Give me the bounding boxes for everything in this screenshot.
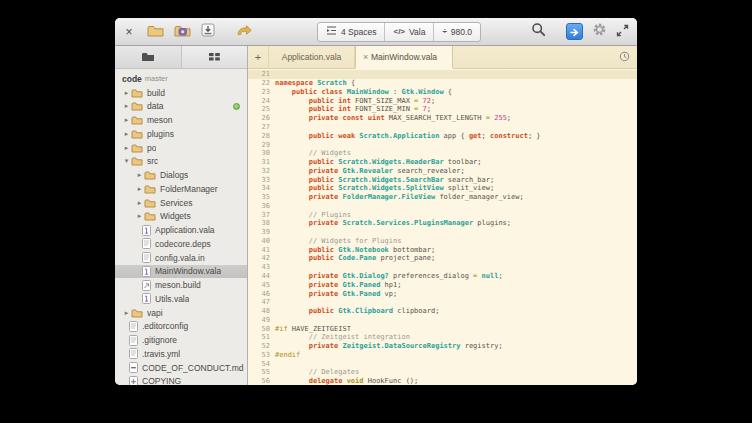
code-line-37[interactable]: 37 // Plugins <box>248 210 637 219</box>
code-line-44[interactable]: 44 private Gtk.Dialog? preferences_dialo… <box>248 272 637 281</box>
chevron-right-icon[interactable]: ▸ <box>122 116 131 124</box>
save-button[interactable] <box>201 23 215 41</box>
search-button[interactable] <box>531 22 546 41</box>
code-line-40[interactable]: 40 // Widgets for Plugins <box>248 237 637 246</box>
chevron-right-icon[interactable]: ▸ <box>122 309 131 317</box>
tab-close-icon[interactable]: × <box>363 53 368 62</box>
code-line-28[interactable]: 28 public weak Scratch.Application app {… <box>248 131 637 140</box>
tree-item--gitignore[interactable]: .gitignore <box>115 333 247 347</box>
open-file-button[interactable] <box>147 23 164 41</box>
tree-item-label: CODE_OF_CONDUCT.md <box>142 363 244 373</box>
code-line-54[interactable]: 54 <box>248 359 637 368</box>
code-line-48[interactable]: 48 public Gtk.Clipboard clipboard; <box>248 307 637 316</box>
tree-item-src[interactable]: ▾src <box>115 155 247 169</box>
tree-item-dialogs[interactable]: ▸Dialogs <box>115 168 247 182</box>
tab-application-vala[interactable]: Application.vala <box>269 46 355 68</box>
tree-item-build[interactable]: ▸build <box>115 86 247 100</box>
line-number: 52 <box>248 342 275 350</box>
tree-item-label: COPYING <box>142 376 181 385</box>
closed-tabs-button[interactable] <box>619 46 637 68</box>
tree-item-code-of-conduct-md[interactable]: CODE_OF_CONDUCT.md <box>115 361 247 375</box>
code-line-43[interactable]: 43 <box>248 263 637 272</box>
tree-item-meson[interactable]: ▸meson <box>115 113 247 127</box>
code-line-55[interactable]: 55 // Delegates <box>248 368 637 377</box>
goto-line-button[interactable]: ÷ 980.0 <box>433 23 480 41</box>
code-line-53[interactable]: 53#endif <box>248 351 637 360</box>
code-line-39[interactable]: 39 <box>248 228 637 237</box>
line-content: // Widgets for Plugins <box>275 237 401 245</box>
code-line-31[interactable]: 31 public Scratch.Widgets.HeaderBar tool… <box>248 158 637 167</box>
code-line-29[interactable]: 29 <box>248 140 637 149</box>
code-line-38[interactable]: 38 private Scratch.Services.PluginsManag… <box>248 219 637 228</box>
code-line-50[interactable]: 50#if HAVE_ZEITGEIST <box>248 324 637 333</box>
code-line-23[interactable]: 23 public class MainWindow : Gtk.Window … <box>248 88 637 97</box>
source-view[interactable]: 2122namespace Scratch {23 public class M… <box>248 69 637 385</box>
chevron-right-icon[interactable]: ▸ <box>135 185 144 193</box>
code-line-49[interactable]: 49 <box>248 315 637 324</box>
code-line-32[interactable]: 32 private Gtk.Revealer search_revealer; <box>248 166 637 175</box>
text-file-icon <box>129 348 138 359</box>
templates-button[interactable] <box>174 23 191 41</box>
code-line-56[interactable]: 56 delegate void HookFunc (); <box>248 377 637 385</box>
chevron-down-icon[interactable]: ▾ <box>122 157 131 165</box>
jump-to-button[interactable] <box>566 23 583 40</box>
chevron-right-icon[interactable]: ▸ <box>135 199 144 207</box>
project-root-row[interactable]: code master <box>115 72 247 86</box>
code-line-36[interactable]: 36 <box>248 201 637 210</box>
code-line-33[interactable]: 33 public Scratch.Widgets.SearchBar sear… <box>248 175 637 184</box>
tree-item-mainwindow-vala[interactable]: MainWindow.vala <box>115 265 247 279</box>
tree-item-codecore-deps[interactable]: codecore.deps <box>115 237 247 251</box>
chevron-right-icon[interactable]: ▸ <box>135 171 144 179</box>
folder-view-button[interactable] <box>115 46 182 68</box>
tree-item-foldermanager[interactable]: ▸FolderManager <box>115 182 247 196</box>
code-line-34[interactable]: 34 public Scratch.Widgets.SplitView spli… <box>248 184 637 193</box>
tab-mainwindow-vala[interactable]: ×MainWindow.vala <box>355 46 453 69</box>
chevron-right-icon[interactable]: ▸ <box>122 144 131 152</box>
tree-item--editorconfig[interactable]: .editorconfig <box>115 320 247 334</box>
tree-item-widgets[interactable]: ▸Widgets <box>115 210 247 224</box>
code-line-21[interactable]: 21 <box>248 70 637 79</box>
indent-width-button[interactable]: 4 Spaces <box>318 23 384 41</box>
tree-item--travis-yml[interactable]: .travis.yml <box>115 347 247 361</box>
text-file-icon <box>142 238 151 249</box>
settings-button[interactable] <box>592 22 607 41</box>
chevron-right-icon[interactable]: ▸ <box>122 89 131 97</box>
line-content: #endif <box>275 351 300 359</box>
code-line-25[interactable]: 25 public int FONT_SIZE_MIN = 7; <box>248 105 637 114</box>
code-line-45[interactable]: 45 private Gtk.Paned hp1; <box>248 280 637 289</box>
outline-view-button[interactable] <box>182 46 248 68</box>
code-line-26[interactable]: 26 private const uint MAX_SEARCH_TEXT_LE… <box>248 114 637 123</box>
chevron-right-icon[interactable]: ▸ <box>135 212 144 220</box>
code-line-52[interactable]: 52 private Zeitgeist.DataSourceRegistry … <box>248 342 637 351</box>
tree-item-application-vala[interactable]: Application.vala <box>115 223 247 237</box>
chevron-right-icon[interactable]: ▸ <box>122 130 131 138</box>
tree-item-vapi[interactable]: ▸vapi <box>115 306 247 320</box>
new-tab-button[interactable]: + <box>248 46 269 68</box>
redo-button[interactable] <box>235 23 253 41</box>
code-line-30[interactable]: 30 // Widgets <box>248 149 637 158</box>
language-button[interactable]: </> Vala <box>384 23 433 41</box>
tree-item-data[interactable]: ▸data <box>115 100 247 114</box>
code-line-27[interactable]: 27 <box>248 123 637 132</box>
tree-item-utils-vala[interactable]: Utils.vala <box>115 292 247 306</box>
chevron-right-icon[interactable]: ▸ <box>122 102 131 110</box>
tree-item-copying[interactable]: COPYING <box>115 375 247 386</box>
code-line-46[interactable]: 46 private Gtk.Paned vp; <box>248 289 637 298</box>
tree-item-label: data <box>147 101 164 111</box>
code-line-41[interactable]: 41 public Gtk.Notebook bottombar; <box>248 245 637 254</box>
tree-item-meson-build[interactable]: meson.build <box>115 278 247 292</box>
arrow-right-icon <box>570 23 580 41</box>
window-close-button[interactable]: × <box>123 26 135 38</box>
tree-item-config-vala-in[interactable]: config.vala.in <box>115 251 247 265</box>
code-line-24[interactable]: 24 public int FONT_SIZE_MAX = 72; <box>248 96 637 105</box>
code-line-35[interactable]: 35 private FolderManager.FileView folder… <box>248 193 637 202</box>
tree-item-po[interactable]: ▸po <box>115 141 247 155</box>
code-line-42[interactable]: 42 public Code.Pane project_pane; <box>248 254 637 263</box>
code-line-51[interactable]: 51 // Zeitgeist integration <box>248 333 637 342</box>
tree-item-services[interactable]: ▸Services <box>115 196 247 210</box>
code-line-22[interactable]: 22namespace Scratch { <box>248 79 637 88</box>
tree-item-plugins[interactable]: ▸plugins <box>115 127 247 141</box>
language-label: Vala <box>409 27 425 37</box>
fullscreen-button[interactable] <box>616 23 629 41</box>
code-line-47[interactable]: 47 <box>248 298 637 307</box>
